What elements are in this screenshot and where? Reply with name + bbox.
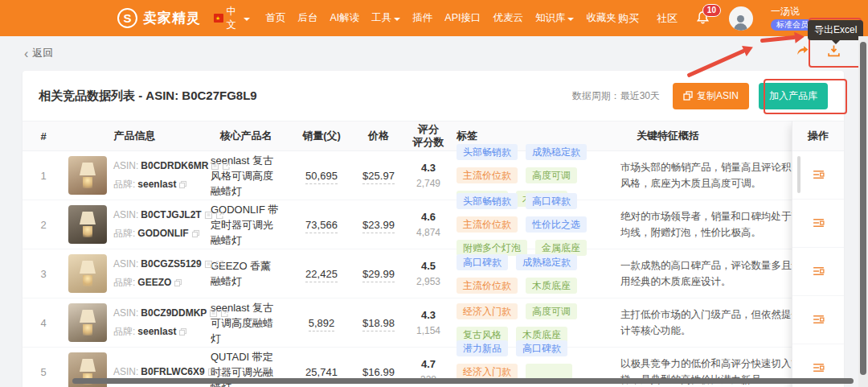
asin-value[interactable]: B0CTJGJL2T <box>141 209 201 221</box>
chevron-left-icon: ‹ <box>24 48 28 59</box>
language-label: 中文 <box>227 5 240 32</box>
price-value[interactable]: $23.99 <box>362 219 395 233</box>
asin-label: ASIN: <box>113 307 138 319</box>
note-icon[interactable] <box>204 260 213 269</box>
nav-item[interactable]: API接口 <box>443 8 482 28</box>
vertical-scrollbar-thumb[interactable] <box>860 42 866 375</box>
traffic-detail-icon[interactable] <box>812 265 825 278</box>
header-tags: 标签 <box>452 129 612 143</box>
copy-icon[interactable] <box>191 229 200 238</box>
avatar-body-shape <box>734 23 747 31</box>
product-core-name: GODONLIF 带定时器可调光融蜡灯 <box>201 202 291 248</box>
header-price: 价格 <box>352 129 405 143</box>
nav-item[interactable]: 优麦云 <box>491 8 525 28</box>
brand-value[interactable]: seenlast <box>137 326 176 338</box>
product-tag: 潜力新品 <box>457 340 508 356</box>
copy-asin-button[interactable]: 复制ASIN <box>673 83 749 109</box>
sales-value[interactable]: 73,566 <box>305 219 338 233</box>
brand[interactable]: S 卖家精灵 <box>117 8 201 28</box>
horizontal-scrollbar-thumb[interactable] <box>72 378 854 384</box>
data-period-label: 数据周期：最近30天 <box>572 89 660 103</box>
nav-item[interactable]: 插件 <box>411 8 434 28</box>
export-download-icon[interactable] <box>827 44 841 58</box>
product-image[interactable] <box>68 254 107 293</box>
header-rating: 评分 评分数 <box>405 123 452 149</box>
nav-buy[interactable]: 购买 <box>618 11 639 26</box>
product-tag: 成熟稳定款 <box>516 254 577 270</box>
language-selector[interactable]: ★ 中文 <box>214 5 250 32</box>
nav-item[interactable]: 工具 <box>370 8 402 28</box>
asin-value[interactable]: B0CDRDK6MR <box>141 160 208 172</box>
product-image[interactable] <box>68 205 107 244</box>
price-value[interactable]: $18.98 <box>362 317 395 331</box>
brand-label: 品牌: <box>113 277 135 289</box>
asin-value[interactable]: B0CGZS5129 <box>141 258 201 270</box>
inner-scrollbar-thumb[interactable] <box>797 156 800 193</box>
tag-list: 经济入门款高度可调复古风格木质底座 <box>452 303 612 343</box>
price-value[interactable]: $25.97 <box>362 170 395 184</box>
notification-badge: 10 <box>702 4 721 17</box>
product-core-name: seenlast 复古风格可调高度融蜡灯 <box>201 153 291 199</box>
brand-value[interactable]: GODONLIF <box>137 228 188 240</box>
product-tag: 高度可调 <box>526 303 577 319</box>
chevron-down-icon <box>394 18 400 21</box>
copy-icon[interactable] <box>178 327 187 336</box>
sales-value[interactable]: 22,425 <box>305 268 338 282</box>
nav-item-label: 首页 <box>266 11 286 25</box>
traffic-detail-icon[interactable] <box>812 361 825 375</box>
reviews-count: 1,154 <box>405 324 452 337</box>
header-rating-line1: 评分 <box>405 123 452 136</box>
traffic-detail-icon[interactable] <box>812 216 825 230</box>
avatar[interactable] <box>729 6 753 31</box>
row-operation-cell <box>792 248 844 296</box>
product-tag: 头部畅销款 <box>457 193 518 209</box>
nav-community[interactable]: 社区 <box>657 11 678 26</box>
note-icon[interactable] <box>211 162 219 171</box>
product-tag: 经济入门款 <box>457 364 518 380</box>
nav-item[interactable]: 收藏夹 <box>584 8 618 28</box>
row-index: 2 <box>23 219 64 231</box>
product-image[interactable] <box>68 303 107 342</box>
traffic-detail-icon[interactable] <box>812 313 825 327</box>
nav-item[interactable]: 知识库 <box>534 8 576 28</box>
nav-item-label: API接口 <box>444 11 481 25</box>
nav-item[interactable]: 后台 <box>297 8 320 28</box>
brand-value[interactable]: GEEZO <box>137 277 171 289</box>
product-image[interactable] <box>68 156 107 195</box>
feature-summary-line2: 均线，附赠灯泡，性价比极高。 <box>620 224 797 241</box>
sales-value[interactable]: 5,892 <box>309 317 335 331</box>
copy-icon[interactable] <box>174 278 182 287</box>
external-link-icon[interactable] <box>215 211 224 220</box>
add-to-library-button[interactable]: 加入产品库 <box>759 83 828 109</box>
external-link-icon[interactable] <box>222 162 231 171</box>
traffic-detail-icon[interactable] <box>812 168 825 182</box>
brand-label: 品牌: <box>113 179 135 191</box>
external-link-icon[interactable] <box>215 260 224 269</box>
external-link-icon[interactable] <box>219 368 227 377</box>
product-tag: 成熟稳定款 <box>526 144 587 160</box>
external-link-icon[interactable] <box>220 309 229 318</box>
price-value[interactable]: $29.99 <box>362 268 395 282</box>
brand-value[interactable]: seenlast <box>137 179 176 191</box>
brand-name: 卖家精灵 <box>143 9 201 27</box>
share-icon[interactable] <box>796 44 809 58</box>
brand-label: 品牌: <box>113 326 135 338</box>
note-icon[interactable] <box>209 309 218 318</box>
copy-icon[interactable] <box>178 180 187 189</box>
product-tag: 主流价位款 <box>457 278 518 294</box>
product-tag: 高口碑款 <box>516 340 567 356</box>
nav-item-label: 收藏夹 <box>586 11 616 25</box>
sales-value[interactable]: 50,695 <box>305 170 338 184</box>
nav-item-label: 知识库 <box>535 11 566 25</box>
note-icon[interactable] <box>204 211 213 220</box>
row-index: 5 <box>23 366 64 378</box>
asin-value[interactable]: B0FRLWC6X9 <box>141 366 204 378</box>
tag-list: 头部畅销款高口碑款主流价位款性价比之选附赠多个灯泡金属底座 <box>452 193 612 256</box>
asin-value[interactable]: B0CZ9DDMKP <box>141 307 207 319</box>
note-icon[interactable] <box>207 368 216 377</box>
feature-summary-line1: 绝对的市场领导者，销量和口碑均处于顶尖水平。价格 <box>620 208 797 224</box>
notification-bell[interactable]: 10 <box>695 10 711 27</box>
nav-item[interactable]: 首页 <box>264 8 288 28</box>
nav-item[interactable]: AI解读 <box>329 8 362 28</box>
back-link[interactable]: ‹ 返回 <box>24 46 53 60</box>
